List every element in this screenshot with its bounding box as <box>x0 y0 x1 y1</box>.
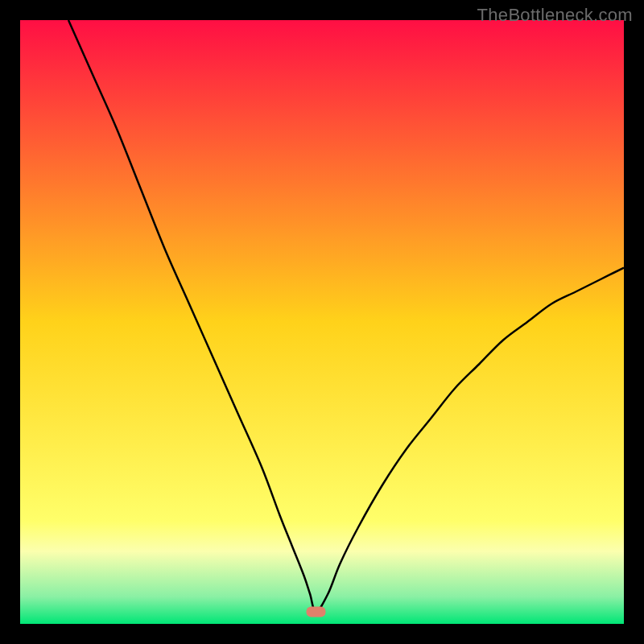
chart-svg <box>20 20 624 624</box>
chart-background <box>20 20 624 624</box>
watermark-text: TheBottleneck.com <box>477 5 633 26</box>
plot-area <box>20 20 624 624</box>
chart-frame: TheBottleneck.com <box>0 0 644 644</box>
minimum-marker <box>307 607 326 617</box>
